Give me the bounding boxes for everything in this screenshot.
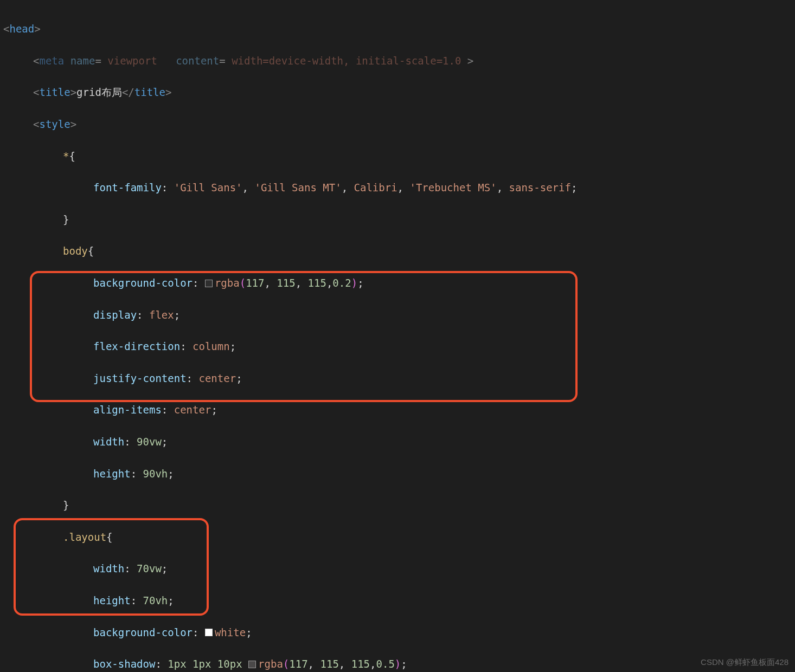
code-line: *{ (3, 148, 795, 164)
code-editor-view[interactable]: <head> <meta name= viewport content= wid… (0, 0, 795, 672)
code-line: <style> (3, 117, 795, 132)
code-line: background-color: rgba(117, 115, 115,0.2… (3, 275, 795, 291)
code-line: } (3, 212, 795, 228)
code-line: height: 70vh; (3, 593, 795, 609)
code-line: } (3, 497, 795, 513)
color-swatch-icon (205, 280, 213, 287)
color-swatch-icon (205, 629, 213, 636)
code-line: body{ (3, 243, 795, 259)
code-line: <head> (3, 21, 795, 37)
code-line: box-shadow: 1px 1px 10px rgba(117, 115, … (3, 656, 795, 672)
code-line: align-items: center; (3, 402, 795, 418)
code-line: <title>grid布局</title> (3, 85, 795, 100)
watermark-text: CSDN @鲜虾鱼板面428 (701, 657, 788, 668)
code-line: display: flex; (3, 307, 795, 323)
code-line: background-color: white; (3, 625, 795, 641)
code-line: .layout{ (3, 529, 795, 545)
code-line: width: 90vw; (3, 434, 795, 450)
code-line: width: 70vw; (3, 561, 795, 577)
code-line: justify-content: center; (3, 371, 795, 386)
code-line: font-family: 'Gill Sans', 'Gill Sans MT'… (3, 180, 795, 196)
code-line-truncated: <meta name= viewport content= width=devi… (3, 53, 795, 69)
color-swatch-icon (248, 661, 256, 668)
code-line: height: 90vh; (3, 466, 795, 482)
code-line: flex-direction: column; (3, 339, 795, 354)
